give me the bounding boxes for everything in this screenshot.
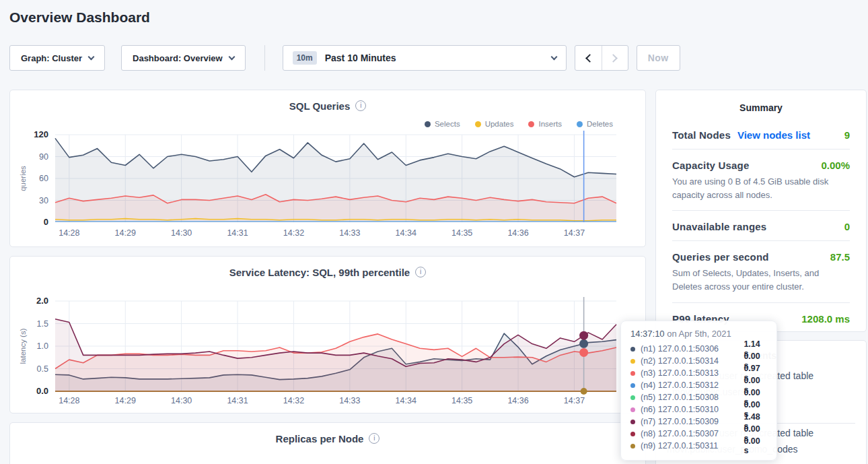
time-range-dropdown[interactable]: 10m Past 10 Minutes	[283, 45, 567, 71]
svg-text:14:37: 14:37	[564, 228, 585, 238]
tooltip-time: 14:37:10	[630, 329, 665, 339]
svg-text:14:31: 14:31	[227, 396, 248, 405]
svg-text:14:35: 14:35	[451, 396, 472, 405]
svg-text:2.0: 2.0	[36, 296, 48, 306]
legend-dot-icon	[528, 121, 534, 127]
svg-text:14:37: 14:37	[564, 396, 585, 405]
dashboard-dropdown-label: Dashboard: Overview	[133, 53, 223, 63]
info-icon[interactable]: i	[415, 267, 426, 277]
svg-text:14:31: 14:31	[227, 228, 248, 238]
svg-text:queries: queries	[19, 166, 27, 191]
node-address: (n7) 127.0.0.1:50309	[641, 417, 738, 426]
time-range-label: Past 10 Minutes	[325, 53, 396, 63]
node-color-dot-icon	[630, 347, 635, 352]
svg-text:14:34: 14:34	[396, 228, 417, 238]
service-latency-chart-card: Service Latency: SQL, 99th percentilei 1…	[9, 256, 646, 413]
legend-label: Selects	[435, 120, 460, 128]
replicas-per-node-chart-card: Replicas per Nodei	[9, 422, 646, 464]
svg-text:14:30: 14:30	[171, 396, 192, 405]
sql-queries-chart-card: SQL Queriesi SelectsUpdatesInsertsDelete…	[9, 90, 646, 247]
node-address: (n5) 127.0.0.1:50308	[641, 393, 738, 402]
service-latency-chart[interactable]: 14:2814:2914:3014:3114:3214:3314:3414:35…	[11, 288, 646, 413]
chevron-down-icon	[88, 53, 95, 60]
time-step-buttons	[575, 45, 628, 71]
graph-dropdown[interactable]: Graph: Cluster	[9, 45, 105, 71]
legend-item-deletes[interactable]: Deletes	[577, 120, 613, 128]
summary-label: Unavailable ranges	[672, 221, 766, 232]
node-address: (n2) 127.0.0.1:50314	[641, 356, 738, 366]
legend-dot-icon	[475, 121, 481, 127]
node-color-dot-icon	[630, 359, 635, 364]
legend-item-inserts[interactable]: Inserts	[528, 120, 562, 128]
svg-text:60: 60	[39, 174, 48, 183]
svg-text:14:32: 14:32	[283, 396, 304, 405]
tooltip-node-row: (n9) 127.0.0.1:503110.00 s	[630, 440, 767, 452]
legend-item-selects[interactable]: Selects	[425, 120, 460, 128]
svg-text:1.5: 1.5	[37, 319, 48, 329]
summary-panel: Summary Total Nodes View nodes list 9 Ca…	[655, 90, 867, 332]
chevron-left-icon	[585, 54, 594, 63]
node-color-dot-icon	[630, 420, 635, 424]
controls-divider	[264, 45, 265, 71]
tooltip-timestamp: 14:37:10 on Apr 5th, 2021	[630, 329, 767, 339]
summary-label: Queries per second	[672, 251, 769, 263]
summary-value: 0.00%	[821, 160, 850, 171]
svg-text:latency (s): latency (s)	[19, 328, 27, 364]
svg-text:14:29: 14:29	[115, 396, 136, 405]
svg-text:14:30: 14:30	[171, 228, 192, 238]
summary-description: You are using 0 B of 4.5 GiB usable disk…	[672, 175, 850, 202]
view-nodes-list-link[interactable]: View nodes list	[737, 129, 810, 141]
node-address: (n1) 127.0.0.1:50306	[641, 344, 738, 354]
svg-text:0.0: 0.0	[36, 386, 48, 396]
node-color-dot-icon	[630, 444, 635, 449]
svg-text:14:29: 14:29	[115, 228, 136, 238]
time-prev-button[interactable]	[575, 46, 602, 70]
summary-label: Total Nodes	[672, 129, 731, 141]
summary-value: 9	[844, 129, 850, 141]
node-color-dot-icon	[630, 395, 635, 400]
svg-text:14:28: 14:28	[59, 228, 79, 238]
svg-text:0: 0	[44, 217, 48, 227]
now-button[interactable]: Now	[637, 45, 680, 71]
summary-value: 87.5	[830, 251, 850, 263]
svg-text:14:32: 14:32	[283, 228, 304, 238]
service-latency-chart-title: Service Latency: SQL, 99th percentilei	[10, 265, 645, 278]
chart-title-text: Replicas per Node	[276, 433, 364, 444]
chart-hover-tooltip: 14:37:10 on Apr 5th, 2021 (n1) 127.0.0.1…	[620, 321, 777, 461]
sql-queries-chart[interactable]: 14:2814:2914:3014:3114:3214:3314:3414:35…	[11, 128, 646, 246]
sql-queries-chart-title: SQL Queriesi	[10, 99, 645, 112]
chart-title-text: Service Latency: SQL, 99th percentile	[229, 267, 410, 278]
graph-dropdown-label: Graph: Cluster	[21, 53, 82, 63]
controls-bar: Graph: Cluster Dashboard: Overview 10m P…	[9, 45, 680, 71]
info-icon[interactable]: i	[369, 433, 379, 444]
time-next-button[interactable]	[602, 46, 628, 70]
legend-item-updates[interactable]: Updates	[475, 120, 514, 128]
legend-label: Updates	[485, 120, 514, 128]
summary-description: Sum of Selects, Updates, Inserts, and De…	[672, 267, 850, 294]
tooltip-date: on Apr 5th, 2021	[665, 329, 731, 339]
node-address: (n4) 127.0.0.1:50312	[641, 380, 738, 390]
node-latency-value: 0.00 s	[744, 436, 767, 455]
summary-row-total-nodes: Total Nodes View nodes list 9	[672, 113, 850, 150]
node-address: (n9) 127.0.0.1:50311	[641, 441, 738, 451]
summary-label: Capacity Usage	[672, 160, 750, 171]
chevron-down-icon	[228, 53, 235, 60]
svg-text:14:36: 14:36	[507, 396, 528, 405]
svg-text:14:33: 14:33	[339, 228, 360, 238]
svg-text:14:34: 14:34	[396, 396, 417, 405]
page-title: Overview Dashboard	[9, 9, 150, 26]
svg-text:14:33: 14:33	[339, 396, 360, 405]
svg-text:1.0: 1.0	[37, 341, 48, 351]
time-range-badge: 10m	[293, 51, 317, 65]
summary-row-capacity-usage: Capacity Usage 0.00% You are using 0 B o…	[672, 150, 850, 211]
summary-value: 0	[844, 221, 850, 232]
overview-dashboard-page: Overview Dashboard Graph: Cluster Dashbo…	[0, 0, 868, 464]
legend-label: Deletes	[587, 120, 613, 128]
svg-text:14:36: 14:36	[507, 228, 528, 238]
node-color-dot-icon	[630, 432, 635, 436]
chevron-right-icon	[609, 54, 618, 63]
chart-title-text: SQL Queries	[289, 100, 351, 112]
summary-title: Summary	[672, 102, 850, 113]
info-icon[interactable]: i	[355, 100, 366, 111]
dashboard-dropdown[interactable]: Dashboard: Overview	[121, 45, 246, 71]
